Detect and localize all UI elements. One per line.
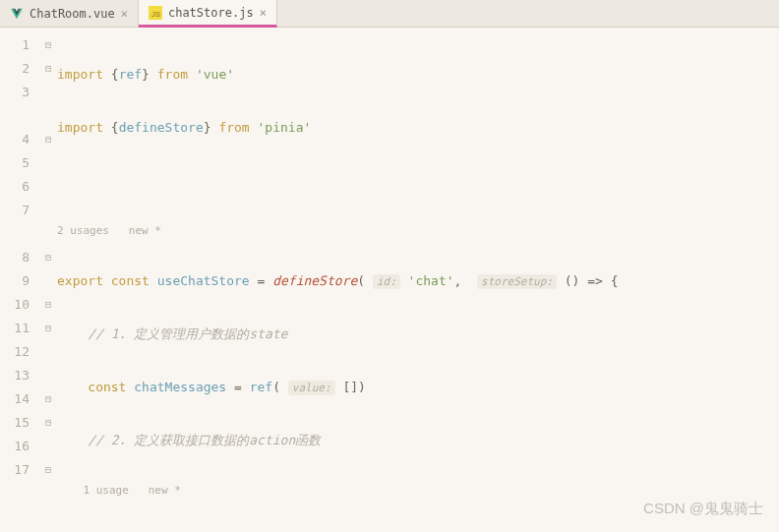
editor-tabs: ChatRoom.vue × JS chatStore.js × [0,0,779,28]
tab-label: chatStore.js [168,6,254,20]
close-icon[interactable]: × [121,7,128,21]
fold-gutter[interactable]: ⊟⊟ ⊟ ⊟⊟⊟⊟⊟⊟ [39,28,57,532]
tab-label: ChatRoom.vue [30,7,115,21]
code-area[interactable]: import {ref} from 'vue' import {defineSt… [57,28,779,532]
code-line: const chatMessages = ref( value: []) [57,376,779,399]
usage-hint: 2 usages new * [57,222,779,240]
code-line: // 2. 定义获取接口数据的action函数 [57,429,779,452]
code-line: export const useChatStore = defineStore(… [57,269,779,293]
watermark: CSDN @鬼鬼骑士 [643,500,763,518]
svg-text:JS: JS [151,9,161,18]
tab-chatstore[interactable]: JS chatStore.js × [139,0,277,28]
close-icon[interactable]: × [260,6,267,20]
usage-hint: 1 usage new * [57,482,779,500]
tab-chatroom[interactable]: ChatRoom.vue × [0,0,139,27]
vue-icon [10,7,24,21]
code-line: // 1. 定义管理用户数据的state [57,323,779,346]
line-number-gutter: 123 4567 891011121314151617 [0,28,39,532]
code-line [57,169,779,193]
code-line: import {ref} from 'vue' [57,63,779,87]
js-icon: JS [149,6,162,20]
code-line: import {defineStore} from 'pinia' [57,116,779,140]
code-editor[interactable]: 123 4567 891011121314151617 ⊟⊟ ⊟ ⊟⊟⊟⊟⊟⊟ … [0,28,779,532]
